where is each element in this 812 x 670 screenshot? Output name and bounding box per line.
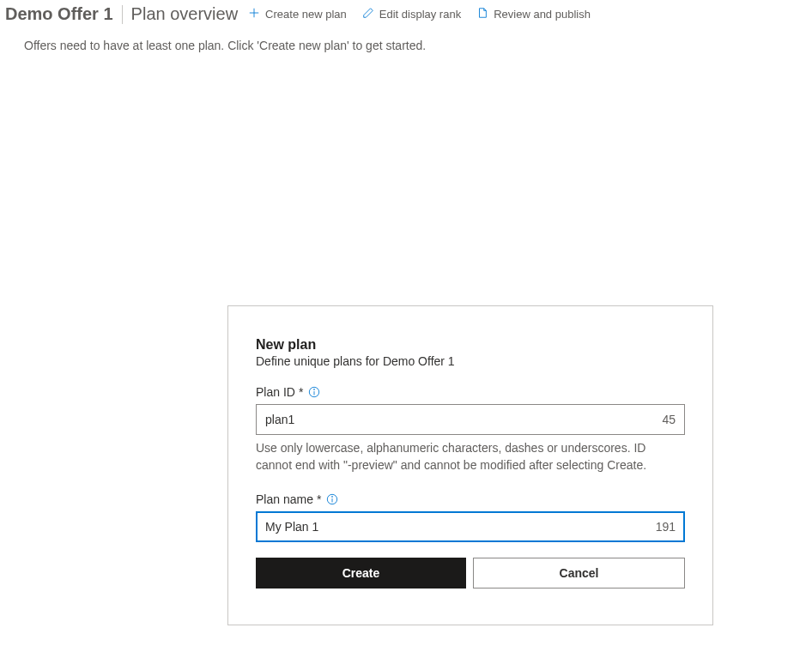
plan-name-input[interactable] (265, 520, 649, 534)
plan-name-field-group: Plan name * 191 (256, 492, 685, 542)
new-plan-modal: New plan Define unique plans for Demo Of… (227, 305, 713, 625)
svg-point-4 (314, 389, 315, 390)
plan-name-char-count: 191 (649, 520, 676, 534)
create-new-plan-button[interactable]: Create new plan (246, 3, 348, 25)
svg-point-7 (332, 497, 333, 498)
plan-id-help-text: Use only lowercase, alphanumeric charact… (256, 440, 685, 474)
header-divider (122, 5, 123, 24)
plan-name-label: Plan name * (256, 492, 685, 506)
create-button[interactable]: Create (256, 558, 466, 589)
document-icon (476, 7, 488, 21)
label-text: Plan ID (256, 385, 295, 399)
toolbar-label: Create new plan (265, 8, 347, 21)
toolbar-label: Edit display rank (379, 8, 461, 21)
modal-button-row: Create Cancel (256, 558, 685, 589)
required-marker: * (299, 385, 303, 399)
plan-id-input[interactable] (265, 413, 655, 426)
offer-title: Demo Offer 1 (5, 4, 122, 24)
plan-name-input-wrap: 191 (256, 511, 685, 542)
plan-id-input-wrap: 45 (256, 404, 685, 435)
plan-id-field-group: Plan ID * 45 Use only lowercase, alphanu… (256, 385, 685, 474)
review-publish-button[interactable]: Review and publish (475, 3, 592, 25)
edit-display-rank-button[interactable]: Edit display rank (361, 3, 463, 25)
plan-id-char-count: 45 (655, 413, 676, 426)
info-icon[interactable] (326, 493, 338, 505)
plan-id-label: Plan ID * (256, 385, 685, 399)
pencil-icon (362, 7, 374, 21)
page-header: Demo Offer 1 Plan overview Create new pl… (0, 0, 812, 32)
toolbar-label: Review and publish (494, 8, 591, 21)
required-marker: * (317, 492, 321, 506)
label-text: Plan name (256, 492, 313, 506)
modal-subtitle: Define unique plans for Demo Offer 1 (256, 354, 685, 368)
info-icon[interactable] (308, 386, 320, 398)
cancel-button[interactable]: Cancel (473, 558, 685, 589)
page-title: Plan overview (131, 4, 247, 24)
plus-icon (248, 7, 260, 21)
empty-state-text: Offers need to have at least one plan. C… (0, 32, 812, 52)
modal-title: New plan (256, 337, 685, 353)
toolbar: Create new plan Edit display rank Review… (246, 3, 592, 25)
